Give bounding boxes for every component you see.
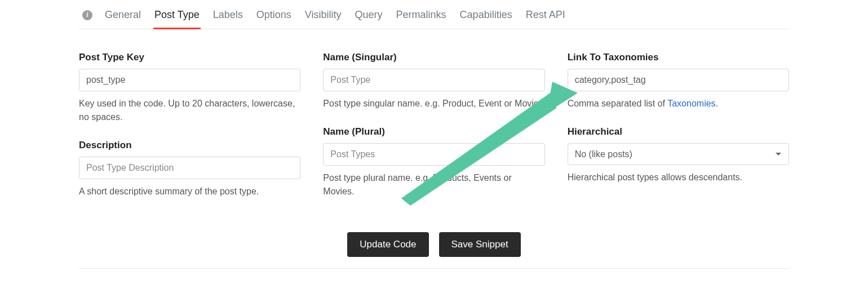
label-post-type-key: Post Type Key	[79, 52, 300, 63]
help-post-type-key: Key used in the code. Up to 20 character…	[79, 97, 300, 124]
label-description: Description	[79, 140, 300, 151]
field-hierarchical: Hierarchical No (like posts) Hierarchica…	[568, 126, 789, 184]
field-name-singular: Name (Singular) Post type singular name.…	[323, 52, 544, 110]
form-grid: Post Type Key Key used in the code. Up t…	[79, 29, 789, 198]
label-link-taxonomies: Link To Taxonomies	[568, 52, 789, 63]
field-link-taxonomies: Link To Taxonomies Comma separated list …	[568, 52, 789, 110]
tab-post-type[interactable]: Post Type	[153, 9, 201, 29]
tab-query[interactable]: Query	[354, 9, 384, 29]
tab-rest-api[interactable]: Rest API	[525, 9, 566, 29]
input-name-plural[interactable]	[323, 143, 544, 166]
form-column-1: Post Type Key Key used in the code. Up t…	[79, 52, 300, 198]
save-snippet-button[interactable]: Save Snippet	[439, 232, 521, 257]
label-name-singular: Name (Singular)	[323, 52, 544, 63]
field-post-type-key: Post Type Key Key used in the code. Up t…	[79, 52, 300, 124]
info-icon[interactable]: i	[82, 10, 92, 20]
tab-labels[interactable]: Labels	[212, 9, 244, 29]
select-hierarchical[interactable]: No (like posts)	[568, 143, 789, 165]
help-link-taxonomies: Comma separated list of Taxonomies.	[568, 97, 789, 110]
tab-visibility[interactable]: Visibility	[304, 9, 343, 29]
label-name-plural: Name (Plural)	[323, 126, 544, 137]
field-name-plural: Name (Plural) Post type plural name. e.g…	[323, 126, 544, 198]
input-name-singular[interactable]	[323, 69, 544, 91]
help-link-taxonomies-suffix: .	[716, 99, 718, 108]
update-code-button[interactable]: Update Code	[347, 232, 428, 257]
label-hierarchical: Hierarchical	[568, 126, 789, 137]
button-row: Update Code Save Snippet	[79, 198, 789, 269]
input-link-taxonomies[interactable]	[568, 69, 789, 91]
tab-bar: i General Post Type Labels Options Visib…	[79, 0, 789, 29]
link-taxonomies[interactable]: Taxonomies	[667, 99, 715, 108]
tab-permalinks[interactable]: Permalinks	[395, 9, 448, 29]
input-description[interactable]	[79, 157, 300, 179]
form-column-2: Name (Singular) Post type singular name.…	[323, 52, 544, 198]
help-name-singular: Post type singular name. e.g. Product, E…	[323, 97, 544, 110]
help-description: A short descriptive summary of the post …	[79, 185, 300, 198]
help-name-plural: Post type plural name. e.g. Products, Ev…	[323, 171, 544, 198]
tab-options[interactable]: Options	[255, 9, 293, 29]
help-link-taxonomies-prefix: Comma separated list of	[568, 99, 668, 108]
help-hierarchical: Hierarchical post types allows descendan…	[568, 171, 789, 184]
form-column-3: Link To Taxonomies Comma separated list …	[568, 52, 789, 198]
input-post-type-key[interactable]	[79, 69, 300, 91]
field-description: Description A short descriptive summary …	[79, 140, 300, 198]
tab-capabilities[interactable]: Capabilities	[459, 9, 513, 29]
tab-general[interactable]: General	[104, 9, 142, 29]
